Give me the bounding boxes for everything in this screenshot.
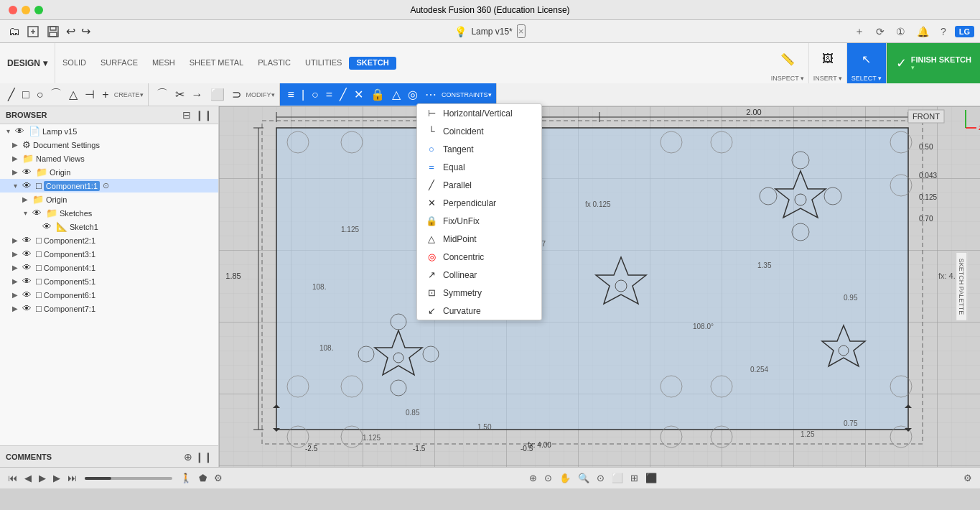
constraint-tangent[interactable]: ○ Tangent [417, 140, 541, 158]
design-button[interactable]: DESIGN ▾ [0, 43, 55, 83]
close-button[interactable] [9, 6, 17, 14]
profile-icon[interactable]: LG [955, 26, 974, 37]
select-cursor-icon[interactable]: ↖ [859, 50, 874, 68]
tree-item-origin-root[interactable]: ▶ 👁 📁 Origin [0, 165, 218, 179]
concentric-constraint[interactable]: ◎ [404, 85, 421, 103]
dimension-tool[interactable]: ⊣ [81, 85, 98, 103]
tab-surface[interactable]: SURFACE [93, 57, 145, 70]
constraint-perpendicular[interactable]: ✕ Perpendicular [417, 194, 541, 212]
tab-sheet-metal[interactable]: SHEET METAL [182, 57, 251, 70]
save-icon[interactable] [43, 22, 63, 41]
timeline-bar[interactable] [85, 477, 172, 480]
view-cube-tool[interactable]: ⊙ [594, 471, 607, 485]
rect-tool[interactable]: □ [19, 86, 33, 103]
anim-prev-icon[interactable]: ◀ [22, 471, 34, 485]
anim-end-icon[interactable]: ⏭ [65, 471, 79, 485]
expand-component7[interactable]: ▶ [10, 305, 20, 312]
expand-doc-settings[interactable]: ▶ [10, 141, 20, 149]
insert-image-icon[interactable]: 🖼 [819, 50, 836, 68]
tab-utilities[interactable]: UTILITIES [298, 57, 349, 70]
triangle-tool[interactable]: △ [65, 85, 81, 103]
anim-play-icon[interactable]: ▶ [37, 471, 48, 485]
tree-item-sketch1[interactable]: 👁 📐 Sketch1 [0, 220, 218, 233]
x-constraint[interactable]: ✕ [350, 85, 367, 103]
constraints-section[interactable]: ≡ | ○ = ╱ ✕ 🔒 △ ◎ ⋯ CONSTRAINTS ▾ [280, 83, 497, 106]
tree-item-component3[interactable]: ▶ 👁 □ Component3:1 [0, 247, 218, 261]
expand-component6[interactable]: ▶ [10, 291, 20, 299]
expand-origin-child[interactable]: ▶ [20, 195, 30, 203]
anim-next-icon[interactable]: ▶ [51, 471, 62, 485]
camera-tool[interactable]: ⊙ [542, 471, 554, 485]
fix-constraint[interactable]: | [298, 86, 308, 103]
circle-constraint[interactable]: ○ [308, 86, 322, 103]
constraint-equal[interactable]: = Equal [417, 158, 541, 176]
point-tool[interactable]: + [98, 86, 112, 103]
expand-lamp[interactable]: ▾ [3, 127, 13, 135]
constraint-horizontal-vertical[interactable]: ⊢ Horizontal/Vertical [417, 104, 541, 122]
tree-item-named-views[interactable]: ▶ 📁 Named Views [0, 152, 218, 165]
tree-item-component2[interactable]: ▶ 👁 □ Component2:1 [0, 233, 218, 247]
expand-component3[interactable]: ▶ [10, 250, 20, 258]
hand-tool[interactable]: ✋ [557, 471, 573, 485]
anim-keyframe-icon[interactable]: ⬟ [197, 471, 209, 485]
move-tool[interactable]: ⊕ [527, 471, 539, 485]
help-icon[interactable]: ? [938, 24, 949, 39]
expand-component2[interactable]: ▶ [10, 236, 20, 244]
comments-add-btn[interactable]: ⊕ [184, 451, 192, 463]
fillet-tool[interactable]: ⌒ [153, 85, 172, 104]
zoom-tool[interactable]: 🔍 [576, 471, 592, 485]
horizontal-constraint[interactable]: ≡ [284, 86, 298, 103]
bell-icon[interactable]: 🔔 [914, 24, 932, 39]
expand-component4[interactable]: ▶ [10, 264, 20, 272]
grid-tool[interactable]: ⊞ [628, 471, 640, 485]
anim-person-icon[interactable]: 🚶 [178, 471, 194, 485]
mirror-tool[interactable]: ⬜ [207, 85, 228, 103]
circle-tool[interactable]: ○ [33, 86, 47, 103]
lock-constraint[interactable]: 🔒 [367, 85, 388, 103]
tab-plastic[interactable]: PLASTIC [251, 57, 298, 70]
tree-item-component1[interactable]: ▾ 👁 □ Component1:1 ⊙ [0, 179, 218, 193]
maximize-button[interactable] [34, 6, 43, 14]
tab-sketch[interactable]: SKETCH [349, 57, 396, 70]
view-mode-tool[interactable]: ⬜ [610, 471, 625, 485]
triangle-constraint[interactable]: △ [388, 85, 404, 103]
inspect-ruler-icon[interactable]: 📏 [778, 50, 798, 68]
file-tab[interactable]: 💡 Lamp v15* × [454, 24, 525, 38]
constraint-symmetry[interactable]: ⊡ Symmetry [417, 284, 541, 302]
constraint-midpoint[interactable]: △ MidPoint [417, 230, 541, 248]
add-tab-button[interactable]: ＋ [851, 24, 867, 40]
canvas-area[interactable]: SKETCH PALETTE 1.00 [219, 106, 980, 467]
tab-close-button[interactable]: × [517, 24, 526, 38]
tree-item-component6[interactable]: ▶ 👁 □ Component6:1 [0, 288, 218, 302]
undo-icon[interactable]: ↩ [63, 22, 78, 40]
tab-solid[interactable]: SOLID [55, 57, 93, 70]
new-icon[interactable] [23, 22, 43, 41]
more-constraint[interactable]: ⋯ [421, 85, 440, 103]
redo-icon[interactable]: ↪ [78, 22, 93, 40]
tree-item-component4[interactable]: ▶ 👁 □ Component4:1 [0, 261, 218, 274]
constraint-concentric[interactable]: ◎ Concentric [417, 248, 541, 266]
browser-collapse-btn[interactable]: ⊟ [182, 109, 191, 121]
sync-icon[interactable]: ⟳ [873, 24, 887, 39]
expand-component5[interactable]: ▶ [10, 277, 20, 285]
constraint-curvature[interactable]: ↙ Curvature [417, 302, 541, 320]
tree-item-sketches[interactable]: ▾ 👁 📁 Sketches [0, 206, 218, 220]
constraint-collinear[interactable]: ↗ Collinear [417, 266, 541, 284]
expand-origin-root[interactable]: ▶ [10, 168, 20, 176]
tree-item-doc-settings[interactable]: ▶ ⚙ Document Settings [0, 138, 218, 152]
extend-tool[interactable]: → [188, 86, 207, 103]
offset-tool[interactable]: ⊃ [228, 85, 245, 103]
constraint-fix-unfix[interactable]: 🔒 Fix/UnFix [417, 212, 541, 230]
diagonal-constraint[interactable]: ╱ [336, 85, 350, 103]
user-icon[interactable]: ① [893, 24, 908, 39]
tab-mesh[interactable]: MESH [145, 57, 182, 70]
expand-sketches[interactable]: ▾ [20, 209, 30, 217]
settings-gear-icon[interactable]: ⚙ [961, 471, 974, 485]
constraint-coincident[interactable]: └ Coincident [417, 122, 541, 140]
trim-tool[interactable]: ✂ [172, 85, 188, 103]
browser-expand-btn[interactable]: ❙❙ [195, 109, 213, 121]
display-tool[interactable]: ⬛ [643, 471, 659, 485]
sketch-palette-tab[interactable]: SKETCH PALETTE [956, 252, 967, 321]
equal-constraint[interactable]: = [322, 86, 336, 103]
expand-named-views[interactable]: ▶ [10, 154, 20, 162]
